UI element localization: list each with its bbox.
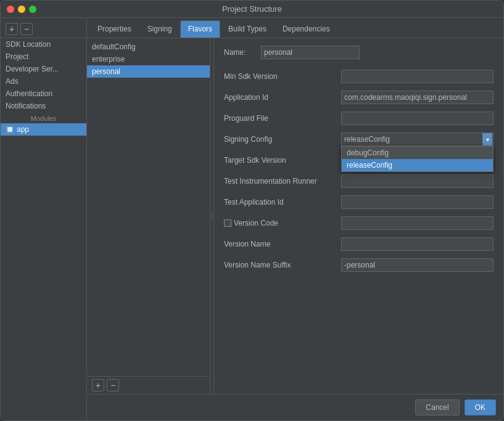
flavor-add-button[interactable]: + <box>92 379 104 391</box>
cancel-button[interactable]: Cancel <box>415 399 459 415</box>
sidebar: + − SDK Location Project Developer Ser..… <box>1 18 87 420</box>
sidebar-item-notifications[interactable]: Notifications <box>1 100 86 112</box>
name-input[interactable] <box>261 46 360 59</box>
close-button[interactable] <box>7 6 14 13</box>
signing-config-label: Signing Config <box>224 135 341 144</box>
signing-config-option-debugconfig[interactable]: debugConfig <box>342 147 493 159</box>
proguard-file-label: Proguard File <box>224 114 341 123</box>
version-name-suffix-input[interactable] <box>341 258 494 272</box>
version-code-checkbox[interactable] <box>224 219 231 227</box>
window-title: Project Structure <box>222 4 282 14</box>
sidebar-toolbar: + − <box>1 20 86 38</box>
minimize-button[interactable] <box>18 6 25 13</box>
version-name-input[interactable] <box>341 237 494 251</box>
tab-signing[interactable]: Signing <box>139 20 180 38</box>
tab-build-types[interactable]: Build Types <box>220 20 275 38</box>
sidebar-item-authentication[interactable]: Authentication <box>1 88 86 100</box>
tab-flavors[interactable]: Flavors <box>180 20 220 38</box>
panels-wrapper: defaultConfig enterprise personal + − <box>87 38 503 394</box>
main-window: Project Structure + − SDK Location Proje… <box>0 0 504 421</box>
svg-rect-0 <box>7 127 12 132</box>
version-code-row: Version Code <box>224 216 494 231</box>
proguard-file-row: Proguard File <box>224 111 494 126</box>
test-instrumentation-runner-row: Test Instrumentation Runner <box>224 174 494 189</box>
modules-label: Modules <box>1 112 86 123</box>
flavor-list: defaultConfig enterprise personal <box>87 38 210 376</box>
min-sdk-version-label: Min Sdk Version <box>224 72 341 81</box>
test-instrumentation-runner-input[interactable] <box>341 174 494 188</box>
version-name-row: Version Name <box>224 237 494 251</box>
sidebar-remove-button[interactable]: − <box>20 23 33 35</box>
module-item-app[interactable]: app <box>1 123 86 136</box>
main-content: + − SDK Location Project Developer Ser..… <box>1 18 503 420</box>
target-sdk-version-label: Target Sdk Version <box>224 156 341 165</box>
min-sdk-version-input[interactable] <box>341 70 494 83</box>
application-id-label: Application Id <box>224 93 341 102</box>
ok-button[interactable]: OK <box>465 399 496 415</box>
resize-dots <box>212 213 213 219</box>
flavor-item-enterprise[interactable]: enterprise <box>87 53 210 65</box>
test-application-id-label: Test Application Id <box>224 198 341 206</box>
version-name-suffix-label: Version Name Suffix <box>224 261 341 269</box>
min-sdk-version-row: Min Sdk Version <box>224 69 494 84</box>
flavor-toolbar: + − <box>87 376 210 394</box>
signing-config-popup: debugConfig releaseConfig <box>341 146 494 172</box>
flavor-remove-button[interactable]: − <box>107 379 119 391</box>
flavor-list-panel: defaultConfig enterprise personal + − <box>87 38 210 394</box>
version-code-input[interactable] <box>341 216 494 230</box>
test-instrumentation-runner-label: Test Instrumentation Runner <box>224 177 341 186</box>
maximize-button[interactable] <box>29 6 36 13</box>
application-id-row: Application Id <box>224 90 494 105</box>
sidebar-item-developer-services[interactable]: Developer Ser... <box>1 63 86 75</box>
version-code-label: Version Code <box>224 219 341 227</box>
title-bar: Project Structure <box>1 1 503 18</box>
tab-properties[interactable]: Properties <box>89 20 139 38</box>
name-label: Name: <box>224 48 261 57</box>
application-id-input[interactable] <box>341 91 494 104</box>
test-application-id-row: Test Application Id <box>224 195 494 210</box>
tab-dependencies[interactable]: Dependencies <box>275 20 338 38</box>
signing-config-select[interactable]: releaseConfig debugConfig <box>341 133 494 146</box>
version-name-suffix-row: Version Name Suffix <box>224 258 494 272</box>
sidebar-item-project[interactable]: Project <box>1 51 86 63</box>
sidebar-item-sdk-location[interactable]: SDK Location <box>1 38 86 51</box>
form-area: Name: Min Sdk Version Application Id <box>214 38 503 394</box>
name-row: Name: <box>224 46 494 59</box>
sidebar-item-ads[interactable]: Ads <box>1 75 86 88</box>
version-name-label: Version Name <box>224 240 341 248</box>
proguard-file-input[interactable] <box>341 112 494 125</box>
flavor-item-defaultconfig[interactable]: defaultConfig <box>87 41 210 53</box>
sidebar-add-button[interactable]: + <box>6 23 18 35</box>
right-panel: Properties Signing Flavors Build Types D… <box>87 18 503 420</box>
tab-bar: Properties Signing Flavors Build Types D… <box>87 18 503 38</box>
traffic-lights <box>7 6 36 13</box>
signing-config-dropdown-wrapper: releaseConfig debugConfig ▾ debugConfig <box>341 133 494 146</box>
test-application-id-input[interactable] <box>341 195 494 209</box>
signing-config-row: Signing Config releaseConfig debugConfig… <box>224 132 494 147</box>
app-icon <box>6 125 14 134</box>
flavor-item-personal[interactable]: personal <box>87 65 210 78</box>
signing-config-option-releaseconfig[interactable]: releaseConfig <box>342 159 493 171</box>
bottom-bar: Cancel OK <box>87 394 503 420</box>
